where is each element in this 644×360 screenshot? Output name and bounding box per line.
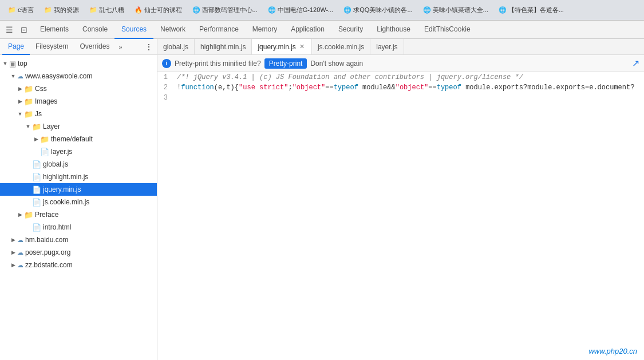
arrow-bdstatic: ▶ — [9, 262, 17, 268]
tab-sources[interactable]: Sources — [114, 21, 153, 39]
folder-icon-theme: 📁 — [40, 135, 49, 144]
tree-item-baidu[interactable]: ▶ ☁ hm.baidu.com — [0, 234, 157, 246]
tree-item-images[interactable]: ▶ 📁 Images — [0, 95, 157, 108]
folder-icon-preface: 📁 — [24, 211, 33, 219]
arrow-easyswoole: ▼ — [9, 73, 17, 79]
bookmark-9[interactable]: 🌐 【特色菜】各道各... — [495, 5, 567, 15]
line-code-3 — [175, 93, 644, 103]
file-tabs-bar: global.js highlight.min.js jquery.min.js… — [157, 39, 644, 55]
tab-elements[interactable]: Elements — [33, 21, 76, 39]
cursor-icon[interactable]: ☰ — [2, 23, 16, 37]
tab-lighthouse[interactable]: Lighthouse — [370, 21, 417, 39]
tab-security[interactable]: Security — [331, 21, 370, 39]
tab-editthiscookie[interactable]: EditThisCookie — [417, 21, 477, 39]
tree-label-baidu: hm.baidu.com — [25, 236, 68, 244]
file-tab-jqueryjs[interactable]: jquery.min.js ✕ — [252, 39, 311, 55]
tree-item-layerjs[interactable]: ▶ 📄 layer.js — [0, 145, 157, 158]
line-number-1: 1 — [157, 72, 175, 82]
file-tab-layerjs[interactable]: layer.js — [370, 39, 404, 55]
line-number-3: 3 — [157, 93, 175, 103]
tree-label-jqueryjs: jquery.min.js — [43, 185, 81, 193]
dont-show-button[interactable]: Don't show again — [310, 60, 363, 68]
tree-label-bdstatic: zz.bdstatic.com — [25, 261, 73, 269]
inspect-icon[interactable]: ⊡ — [17, 23, 31, 37]
watermark: www.php20.cn — [588, 347, 637, 355]
code-line-2: 2 !function(e,t){"use strict";"object"==… — [157, 82, 644, 93]
tree-item-globaljs[interactable]: ▶ 📄 global.js — [0, 158, 157, 171]
bookmark-icon-3: 📁 — [89, 6, 97, 14]
bookmark-icon-1: 📁 — [8, 6, 16, 14]
bookmark-1[interactable]: 📁 c语言 — [5, 5, 37, 15]
js-icon-globaljs: 📄 — [32, 160, 41, 169]
tree-item-highlightjs[interactable]: ▶ 📄 highlight.min.js — [0, 171, 157, 183]
bookmarks-bar: 📁 c语言 📁 我的资源 📁 乱七八糟 🔥 仙士可的课程 🌐 西部数码管理中心.… — [0, 0, 644, 21]
code-area[interactable]: 1 /*! jQuery v3.4.1 | (c) JS Foundation … — [157, 72, 644, 360]
tree-item-introhtml[interactable]: ▶ 📄 intro.html — [0, 221, 157, 234]
tab-filesystem[interactable]: Filesystem — [30, 39, 74, 55]
external-link-icon[interactable]: ↗ — [632, 58, 639, 69]
cloud-icon-easyswoole: ☁ — [17, 73, 23, 80]
bookmark-icon-5: 🌐 — [192, 6, 200, 14]
tree-item-bdstatic[interactable]: ▶ ☁ zz.bdstatic.com — [0, 259, 157, 271]
info-icon: i — [162, 59, 171, 68]
folder-icon-top: ▣ — [9, 60, 16, 68]
code-table: 1 /*! jQuery v3.4.1 | (c) JS Foundation … — [157, 72, 644, 103]
bookmark-8[interactable]: 🌐 美味小镇菜谱大全... — [420, 5, 492, 15]
tree-item-cookiejs[interactable]: ▶ 📄 js.cookie.min.js — [0, 196, 157, 208]
tree-label-globaljs: global.js — [43, 160, 68, 168]
cloud-icon-bdstatic: ☁ — [17, 262, 23, 269]
arrow-preface: ▶ — [16, 212, 24, 217]
js-icon-highlightjs: 📄 — [32, 173, 41, 181]
line-number-2: 2 — [157, 82, 175, 93]
file-tree: ▼ ▣ top ▼ ☁ www.easyswoole.com ▶ 📁 Css — [0, 55, 157, 360]
bookmark-2[interactable]: 📁 我的资源 — [41, 5, 82, 15]
pretty-print-button[interactable]: Pretty-print — [264, 58, 307, 69]
close-tab-jqueryjs[interactable]: ✕ — [298, 42, 306, 51]
three-dot-menu[interactable]: ⋮ — [143, 41, 155, 53]
line-code-1: /*! jQuery v3.4.1 | (c) JS Foundation an… — [175, 72, 644, 82]
tab-overrides[interactable]: Overrides — [74, 39, 115, 55]
bookmark-7[interactable]: 🌐 求QQ美味小镇的各... — [340, 5, 416, 15]
more-tabs-button[interactable]: » — [116, 39, 124, 55]
bookmark-3[interactable]: 📁 乱七八糟 — [86, 5, 128, 15]
cloud-icon-baidu: ☁ — [17, 236, 23, 244]
tree-item-preface[interactable]: ▶ 📁 Preface — [0, 208, 157, 221]
bookmark-4[interactable]: 🔥 仙士可的课程 — [131, 5, 185, 15]
right-panel: global.js highlight.min.js jquery.min.js… — [157, 39, 644, 360]
bookmark-icon-6: 🌐 — [268, 6, 276, 14]
tree-item-pugx[interactable]: ▶ ☁ poser.pugx.org — [0, 246, 157, 259]
bookmark-6[interactable]: 🌐 中国电信G-120W-... — [264, 5, 337, 15]
bookmark-icon-2: 📁 — [44, 6, 52, 14]
arrow-layer: ▼ — [24, 124, 32, 129]
html-icon-introhtml: 📄 — [32, 223, 41, 232]
tree-item-easyswoole[interactable]: ▼ ☁ www.easyswoole.com — [0, 70, 157, 82]
file-tab-label-cookiejs: js.cookie.min.js — [318, 43, 364, 51]
tab-page[interactable]: Page — [2, 39, 30, 55]
file-tab-label-highlightjs: highlight.min.js — [200, 43, 246, 51]
arrow-pugx: ▶ — [9, 250, 17, 255]
tree-label-easyswoole: www.easyswoole.com — [25, 72, 92, 80]
pretty-print-bar: i Pretty-print this minified file? Prett… — [157, 55, 644, 72]
tab-performance[interactable]: Performance — [192, 21, 246, 39]
file-tab-cookiejs[interactable]: js.cookie.min.js — [312, 39, 370, 55]
secondary-tabs-bar: Page Filesystem Overrides » ⋮ — [0, 39, 157, 55]
tab-network[interactable]: Network — [153, 21, 192, 39]
bookmark-icon-9: 🌐 — [499, 6, 507, 14]
cloud-icon-pugx: ☁ — [17, 249, 23, 256]
tree-item-layer[interactable]: ▼ 📁 Layer — [0, 120, 157, 133]
tab-memory[interactable]: Memory — [246, 21, 284, 39]
tree-item-theme[interactable]: ▶ 📁 theme/default — [0, 133, 157, 145]
file-tab-label-jqueryjs: jquery.min.js — [258, 43, 295, 51]
bookmark-icon-7: 🌐 — [343, 6, 351, 14]
tree-item-css[interactable]: ▶ 📁 Css — [0, 82, 157, 95]
file-tab-highlightjs[interactable]: highlight.min.js — [195, 39, 252, 55]
tab-console[interactable]: Console — [76, 21, 114, 39]
tree-item-js[interactable]: ▼ 📁 Js — [0, 108, 157, 120]
tree-item-jqueryjs[interactable]: ▶ 📄 jquery.min.js — [0, 183, 157, 196]
file-tab-globaljs[interactable]: global.js — [157, 39, 195, 55]
tree-label-preface: Preface — [35, 211, 58, 219]
folder-icon-js: 📁 — [24, 110, 33, 118]
tree-item-top[interactable]: ▼ ▣ top — [0, 57, 157, 70]
tab-application[interactable]: Application — [284, 21, 331, 39]
bookmark-5[interactable]: 🌐 西部数码管理中心... — [189, 5, 261, 15]
